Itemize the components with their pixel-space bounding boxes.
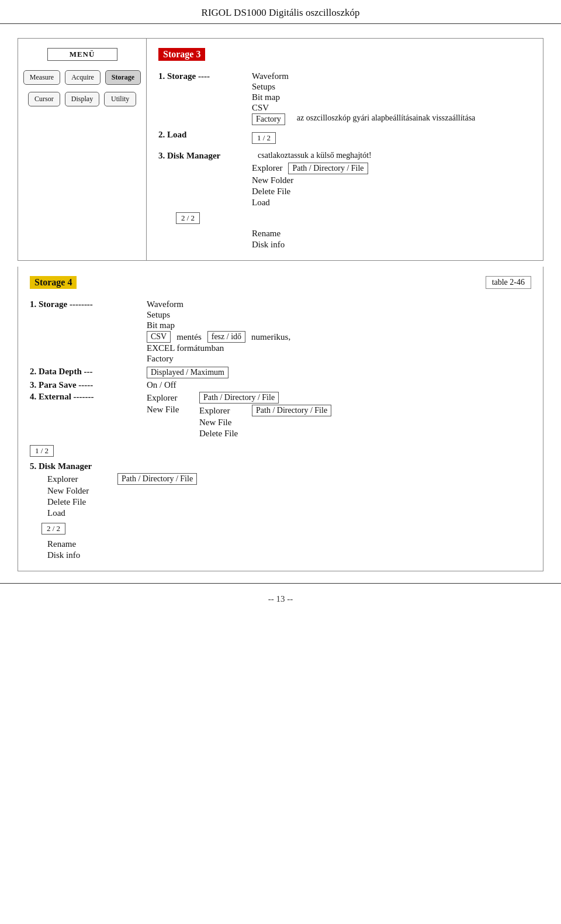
menu-row-2: Cursor Display Utility — [28, 92, 136, 106]
storage3-item3-label: 3. Disk Manager — [158, 151, 252, 161]
s4-item1-label: 1. Storage -------- — [30, 299, 147, 309]
s4-explorer: Explorer — [147, 393, 193, 403]
storage3-item3-annotation: csatlakoztassuk a külső meghajtót! — [258, 151, 372, 160]
sub-rename: Rename — [252, 229, 280, 238]
s4-item4-label: 4. External ------- — [30, 392, 147, 402]
s4-newfile-newfile: New File — [199, 418, 231, 427]
s4-item2: 2. Data Depth --- Displayed / Maximum — [30, 367, 531, 378]
s4-newfile-deletefile: Delete File — [199, 429, 238, 438]
s4-item2-label: 2. Data Depth --- — [30, 367, 147, 377]
sub-bitmap: Bit map — [252, 92, 475, 102]
storage3-badge2: 2 / 2 — [176, 212, 200, 224]
storage3-title: Storage 3 — [158, 48, 531, 67]
menu-btn-cursor[interactable]: Cursor — [28, 92, 60, 106]
s4-item5-explorer-box: Path / Directory / File — [117, 473, 197, 485]
s4-badge1: 1 / 2 — [30, 445, 54, 457]
storage4-title: Storage 4 — [30, 276, 77, 289]
s4-item2-value: Displayed / Maximum — [147, 367, 228, 378]
excel-annotation: EXCEL formátumban — [147, 343, 224, 353]
s4-setups: Setups — [147, 310, 290, 320]
storage3-item1-sublist: Waveform Setups Bit map CSV Factory az o… — [252, 71, 475, 125]
table-ref: table 2-46 — [486, 276, 531, 289]
factory-box: Factory — [252, 113, 285, 125]
storage3-item2-label: 2. Load — [158, 130, 252, 140]
sub-setups: Setups — [252, 82, 475, 92]
s4-item4-content: Explorer Path / Directory / File New Fil… — [147, 392, 331, 441]
explorer-path-box: Path / Directory / File — [288, 163, 368, 174]
menu-btn-storage[interactable]: Storage — [105, 70, 141, 85]
storage3-item3-sub: Explorer Path / Directory / File New Fol… — [252, 163, 531, 250]
sub-load: Load — [252, 198, 270, 207]
s4-item5-sub: Explorer Path / Directory / File New Fol… — [47, 473, 531, 560]
csv-annotation-pre: mentés — [176, 332, 202, 342]
sub-waveform: Waveform — [252, 71, 475, 81]
s4-bitmap: Bit map — [147, 320, 290, 330]
s4-newfile-explorer-box: Path / Directory / File — [252, 405, 331, 416]
storage3-item2: 2. Load 1 / 2 — [158, 130, 531, 146]
s4-item5-newfolder: New Folder — [47, 486, 89, 495]
menu-btn-measure[interactable]: Measure — [23, 70, 60, 85]
s4-item5-load: Load — [47, 508, 65, 518]
s4-item3: 3. Para Save ----- On / Off — [30, 380, 531, 390]
factory-annotation: az oszcilloszkóp gyári alapbeállításaina… — [297, 113, 476, 123]
storage3-panel: Storage 3 1. Storage ---- Waveform Setup… — [147, 39, 543, 260]
csv-annotation-post: numerikus, — [251, 332, 290, 342]
storage3-item1: 1. Storage ---- Waveform Setups Bit map … — [158, 71, 531, 125]
csv-box: CSV — [147, 331, 171, 343]
s4-item1-sublist: Waveform Setups Bit map CSV mentés fesz … — [147, 299, 290, 364]
s4-item3-label: 3. Para Save ----- — [30, 380, 147, 390]
sub-explorer: Explorer — [252, 163, 282, 173]
s4-item5-explorer: Explorer — [47, 474, 112, 484]
s4-item5-rename: Rename — [47, 539, 76, 549]
menu-btn-acquire[interactable]: Acquire — [65, 70, 101, 85]
s4-item5-deletefile: Delete File — [47, 497, 86, 506]
menu-row-1: Measure Acquire Storage — [23, 70, 141, 85]
storage3-item1-label: 1. Storage ---- — [158, 71, 252, 81]
s4-waveform: Waveform — [147, 299, 290, 309]
s4-item5-label: 5. Disk Manager — [30, 461, 147, 471]
s4-item5-diskinfo: Disk info — [47, 550, 80, 560]
menu-panel: MENÜ Measure Acquire Storage Cursor Disp… — [18, 39, 147, 260]
menu-btn-display[interactable]: Display — [65, 92, 99, 106]
s4-explorer-box: Path / Directory / File — [199, 392, 279, 404]
page-footer: -- 13 -- — [0, 583, 561, 610]
s4-badge2: 2 / 2 — [41, 523, 65, 535]
storage3-item3: 3. Disk Manager csatlakoztassuk a külső … — [158, 151, 531, 161]
fesz-ido-box: fesz / idő — [207, 331, 245, 343]
page-title: RIGOL DS1000 Digitális oszcilloszkóp — [0, 0, 561, 24]
menu-btn-utility[interactable]: Utility — [104, 92, 136, 106]
storage3-badge1: 1 / 2 — [252, 132, 276, 144]
sub-delete-file: Delete File — [252, 187, 290, 196]
sub-diskinfo: Disk info — [252, 240, 285, 249]
sub-csv: CSV — [252, 103, 475, 113]
s4-item1: 1. Storage -------- Waveform Setups Bit … — [30, 299, 531, 364]
s4-newfile-explorer: Explorer — [199, 406, 246, 416]
sub-new-folder: New Folder — [252, 175, 293, 185]
s4-newfile-content: Explorer Path / Directory / File New Fil… — [199, 405, 331, 440]
s4-item3-value: On / Off — [147, 380, 176, 390]
s4-item5: 5. Disk Manager — [30, 461, 531, 471]
storage4-section: Storage 4 table 2-46 1. Storage --------… — [18, 267, 543, 571]
s4-item4: 4. External ------- Explorer Path / Dire… — [30, 392, 531, 441]
s4-newfile: New File — [147, 405, 193, 415]
s4-factory: Factory — [147, 354, 290, 364]
menu-label: MENÜ — [47, 48, 117, 61]
